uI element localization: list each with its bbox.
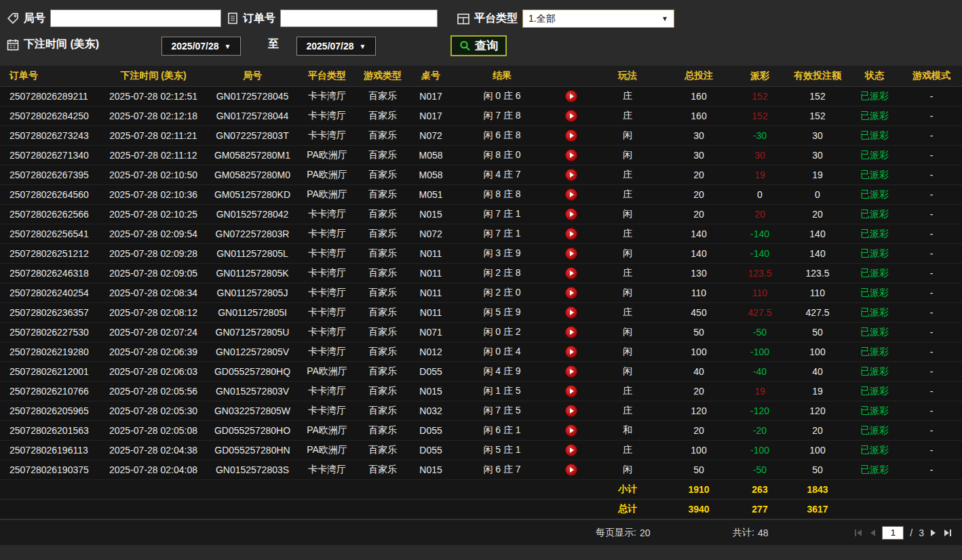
per-page-value: 20 xyxy=(640,527,651,538)
play-icon[interactable] xyxy=(565,346,577,358)
chevron-down-icon: ▼ xyxy=(360,43,366,50)
last-page-button[interactable] xyxy=(943,529,953,537)
cell-valid-bet: 427.5 xyxy=(787,302,848,322)
cell-total-bet: 20 xyxy=(665,184,733,204)
play-icon[interactable] xyxy=(565,228,577,240)
cell-mode: - xyxy=(901,243,962,263)
subtotal-payout: 263 xyxy=(733,479,787,499)
play-icon[interactable] xyxy=(565,326,577,338)
cell-payout: 30 xyxy=(733,145,787,165)
cell-result: 闲 6 庄 8 xyxy=(452,125,552,145)
column-header: 游戏类型 xyxy=(355,66,410,86)
table-row: 2507280262645602025-07-28 02:10:36GM0512… xyxy=(0,184,962,204)
cell-total-bet: 110 xyxy=(665,283,733,302)
app-root: 局号 订单号 平台类型 1.全部 ▼ 下注时间 (美东) xyxy=(0,0,962,560)
round-number-input[interactable] xyxy=(50,9,221,27)
cell-round-id: GN0112572805I xyxy=(206,302,299,322)
play-icon[interactable] xyxy=(565,385,577,397)
cell-bet-time: 2025-07-28 02:12:51 xyxy=(100,86,206,106)
cell-round-id: GD055257280HN xyxy=(206,440,299,460)
play-icon[interactable] xyxy=(565,405,577,417)
cell-payout: -40 xyxy=(733,361,787,381)
cell-payout: 152 xyxy=(733,86,787,106)
table-row: 2507280262275302025-07-28 02:07:24GN0712… xyxy=(0,322,962,342)
play-icon[interactable] xyxy=(565,306,577,319)
cell-payout: 0 xyxy=(733,184,787,204)
play-icon[interactable] xyxy=(565,110,577,122)
cell-status: 已派彩 xyxy=(848,283,901,302)
play-icon[interactable] xyxy=(565,208,577,220)
date-to-button[interactable]: 2025/07/28 ▼ xyxy=(296,37,376,56)
cell-bet-time: 2025-07-28 02:08:12 xyxy=(100,302,206,322)
cell-table-no: N032 xyxy=(410,401,452,420)
cell-play: 庄 xyxy=(590,165,665,184)
column-header: 订单号 xyxy=(0,66,100,86)
page-number-input[interactable] xyxy=(882,526,904,540)
platform-type-selected-value: 1.全部 xyxy=(528,13,556,25)
pagination-bar: 每页显示: 20 共计: 48 / 3 xyxy=(0,519,962,545)
play-icon[interactable] xyxy=(565,247,577,260)
total-spacer-end xyxy=(848,499,962,519)
column-header: 派彩 xyxy=(733,66,787,86)
cell-mode: - xyxy=(901,381,962,401)
total-total-bet: 3940 xyxy=(665,499,733,519)
order-number-input[interactable] xyxy=(280,9,438,27)
cell-mode: - xyxy=(901,165,962,184)
cell-payout: 427.5 xyxy=(733,302,787,322)
column-header-empty xyxy=(552,66,590,86)
cell-status: 已派彩 xyxy=(848,86,901,106)
round-number-icon xyxy=(7,12,19,24)
play-icon[interactable] xyxy=(565,424,577,437)
cell-result: 闲 6 庄 1 xyxy=(452,420,552,440)
cell-payout: -100 xyxy=(733,342,787,361)
cell-game-type: 百家乐 xyxy=(355,86,410,106)
cell-total-bet: 160 xyxy=(665,86,733,106)
cell-total-bet: 140 xyxy=(665,243,733,263)
play-icon[interactable] xyxy=(565,149,577,161)
cell-round-id: GM058257280M0 xyxy=(206,165,299,184)
play-icon[interactable] xyxy=(565,129,577,142)
cell-table-no: N017 xyxy=(410,86,452,106)
bet-records-table: 订单号下注时间 (美东)局号平台类型游戏类型桌号结果玩法总投注派彩有效投注额状态… xyxy=(0,66,962,519)
play-triangle-icon xyxy=(570,94,574,99)
play-icon[interactable] xyxy=(565,287,577,299)
date-from-button[interactable]: 2025/07/28 ▼ xyxy=(161,37,241,56)
play-icon[interactable] xyxy=(565,444,577,456)
total-count-value: 48 xyxy=(758,527,769,538)
cell-table-no: D055 xyxy=(410,420,452,440)
play-icon[interactable] xyxy=(565,267,577,279)
cell-payout: -50 xyxy=(733,460,787,479)
cell-result: 闲 7 庄 1 xyxy=(452,224,552,243)
cell-order-id: 250728026212001 xyxy=(0,361,100,381)
cell-total-bet: 50 xyxy=(665,460,733,479)
cell-bet-time: 2025-07-28 02:10:36 xyxy=(100,184,206,204)
cell-game-type: 百家乐 xyxy=(355,401,410,420)
subtotal-total-bet: 1910 xyxy=(665,479,733,499)
cell-game-type: 百家乐 xyxy=(355,283,410,302)
query-button[interactable]: 查询 xyxy=(450,35,507,56)
cell-bet-time: 2025-07-28 02:09:54 xyxy=(100,224,206,243)
cell-valid-bet: 152 xyxy=(787,106,848,125)
play-icon[interactable] xyxy=(565,169,577,181)
cell-round-id: GD055257280HQ xyxy=(206,361,299,381)
cell-total-bet: 160 xyxy=(665,106,733,125)
cell-order-id: 250728026201563 xyxy=(0,420,100,440)
next-page-button[interactable] xyxy=(930,529,937,537)
subtotal-row: 小计 1910 263 1843 xyxy=(0,479,962,499)
cell-game-type: 百家乐 xyxy=(355,204,410,224)
cell-result: 闲 2 庄 8 xyxy=(452,263,552,283)
cell-payout: 19 xyxy=(733,381,787,401)
play-icon[interactable] xyxy=(565,464,577,476)
play-triangle-icon xyxy=(570,349,574,355)
platform-type-select[interactable]: 1.全部 ▼ xyxy=(522,9,674,28)
cell-table-no: N015 xyxy=(410,204,452,224)
first-page-button[interactable] xyxy=(853,529,863,537)
subtotal-spacer-end xyxy=(848,479,962,499)
play-icon[interactable] xyxy=(565,188,577,201)
cell-result: 闲 0 庄 6 xyxy=(452,86,552,106)
play-icon[interactable] xyxy=(565,365,577,378)
play-icon[interactable] xyxy=(565,90,577,102)
previous-page-button[interactable] xyxy=(869,529,876,537)
cell-result: 闲 5 庄 9 xyxy=(452,302,552,322)
column-header: 玩法 xyxy=(590,66,665,86)
